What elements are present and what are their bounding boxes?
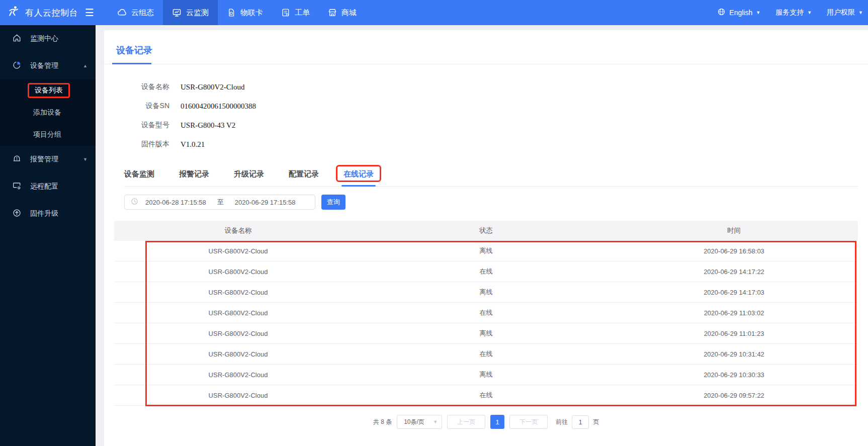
sidebar-item-firmware-upgrade[interactable]: 固件升级 xyxy=(0,200,96,227)
nav-label: 工单 xyxy=(295,8,310,18)
next-page-button[interactable]: 下一页 xyxy=(509,415,548,429)
device-management-submenu: 设备列表 添加设备 项目分组 xyxy=(0,79,96,146)
nav-item-cloud-monitoring[interactable]: 云监测 xyxy=(163,0,218,25)
device-record-card: 设备记录 设备名称 USR-G800V2-Cloud 设备SN 01600420… xyxy=(104,30,868,446)
cell-time: 2020-06-29 10:30:33 xyxy=(610,371,858,379)
date-start-value: 2020-06-28 17:15:58 xyxy=(145,199,206,206)
column-header-status: 状态 xyxy=(362,226,610,235)
usr-logo-icon xyxy=(7,5,20,20)
search-button[interactable]: 查询 xyxy=(321,195,345,210)
brand-title: 有人云控制台 xyxy=(25,7,78,19)
sidebar-item-alarm-management[interactable]: 报警管理 ▼ xyxy=(0,146,96,173)
caret-down-icon: ▼ xyxy=(858,11,863,15)
sidebar-item-project-group[interactable]: 项目分组 xyxy=(0,124,96,146)
current-page-button[interactable]: 1 xyxy=(490,415,504,429)
table-row: USR-G800V2-Cloud 在线 2020-06-29 09:57:22 xyxy=(114,385,858,406)
info-row-device-name: 设备名称 USR-G800V2-Cloud xyxy=(104,81,868,93)
cell-status: 在线 xyxy=(362,391,610,400)
nav-item-mall[interactable]: 商城 xyxy=(319,0,366,25)
device-info: 设备名称 USR-G800V2-Cloud 设备SN 0160042006150… xyxy=(104,81,868,150)
sidebar: 监测中心 设备管理 ▲ 设备列表 添加设备 项目分组 报警管理 ▼ 远程配置 xyxy=(0,25,96,446)
sidebar-item-device-list[interactable]: 设备列表 xyxy=(0,79,96,102)
nav-label: 物联卡 xyxy=(240,8,263,18)
cell-device-name: USR-G800V2-Cloud xyxy=(114,247,362,255)
cell-device-name: USR-G800V2-Cloud xyxy=(114,392,362,399)
cell-time: 2020-06-29 14:17:03 xyxy=(610,289,858,296)
info-label: 设备型号 xyxy=(104,121,169,130)
cell-status: 离线 xyxy=(362,329,610,338)
user-permission-menu[interactable]: 用户权限 ▼ xyxy=(827,8,863,17)
tab-label: 在线记录 xyxy=(343,169,374,178)
brand: 有人云控制台 ☰ xyxy=(0,0,101,25)
select-caret-icon: ▼ xyxy=(433,420,438,424)
monitor-chart-icon xyxy=(172,8,182,18)
tab-upgrade-records[interactable]: 升级记录 xyxy=(234,169,264,186)
tab-online-records[interactable]: 在线记录 xyxy=(343,169,374,186)
cell-time: 2020-06-29 10:31:42 xyxy=(610,350,858,358)
work-order-icon xyxy=(281,8,290,17)
tab-config-records[interactable]: 配置记录 xyxy=(289,169,319,186)
nav-item-work-order[interactable]: 工单 xyxy=(272,0,319,25)
nav-label: 云监测 xyxy=(186,8,209,18)
cell-status: 在线 xyxy=(362,349,610,359)
sidebar-item-add-device[interactable]: 添加设备 xyxy=(0,102,96,124)
page-size-value: 10条/页 xyxy=(404,418,424,426)
column-header-time: 时间 xyxy=(610,226,858,235)
date-range-picker[interactable]: 2020-06-28 17:15:58 至 2020-06-29 17:15:5… xyxy=(124,195,315,210)
column-header-device-name: 设备名称 xyxy=(114,226,362,235)
sidebar-item-device-management[interactable]: 设备管理 ▲ xyxy=(0,52,96,79)
cell-status: 离线 xyxy=(362,246,610,255)
service-support-menu[interactable]: 服务支持 ▼ xyxy=(775,8,812,17)
sidebar-item-label: 远程配置 xyxy=(30,182,58,191)
info-label: 设备名称 xyxy=(104,82,169,92)
nav-item-cloud-configuration[interactable]: 云组态 xyxy=(108,0,163,25)
tab-alarm-records[interactable]: 报警记录 xyxy=(179,169,209,186)
goto-page-group: 前往 页 xyxy=(556,415,599,429)
cell-time: 2020-06-29 14:17:22 xyxy=(610,268,858,276)
cell-time: 2020-06-29 16:58:03 xyxy=(610,247,858,255)
cell-device-name: USR-G800V2-Cloud xyxy=(114,350,362,358)
nav-label: 商城 xyxy=(341,8,357,18)
sidebar-item-label: 固件升级 xyxy=(30,209,58,218)
device-model-value: USR-G800-43 V2 xyxy=(181,121,235,130)
store-icon xyxy=(328,8,337,17)
page-unit-label: 页 xyxy=(593,418,599,426)
cell-device-name: USR-G800V2-Cloud xyxy=(114,309,362,317)
language-label: English xyxy=(729,9,752,17)
tab-device-monitoring[interactable]: 设备监测 xyxy=(124,169,154,186)
topbar-right: English ▼ 服务支持 ▼ 用户权限 ▼ xyxy=(717,8,868,18)
language-selector[interactable]: English ▼ xyxy=(717,8,760,18)
cloud-icon xyxy=(117,8,127,18)
cell-time: 2020-06-29 11:03:02 xyxy=(610,309,858,317)
cell-status: 在线 xyxy=(362,267,610,276)
globe-icon xyxy=(717,8,726,18)
sidebar-item-remote-config[interactable]: 远程配置 xyxy=(0,173,96,200)
caret-down-icon: ▼ xyxy=(83,157,88,162)
home-icon xyxy=(12,33,22,44)
sidebar-item-monitor-center[interactable]: 监测中心 xyxy=(0,25,96,52)
sidebar-item-label: 监测中心 xyxy=(30,34,58,43)
date-end-value: 2020-06-29 17:15:58 xyxy=(235,199,296,206)
remote-config-icon xyxy=(12,181,22,192)
cell-device-name: USR-G800V2-Cloud xyxy=(114,371,362,379)
annotation-box-device-list: 设备列表 xyxy=(28,83,70,98)
info-row-device-model: 设备型号 USR-G800-43 V2 xyxy=(104,120,868,131)
sidebar-item-label: 报警管理 xyxy=(30,155,58,164)
hamburger-menu-icon[interactable]: ☰ xyxy=(85,8,94,18)
online-records-table: 设备名称 状态 时间 USR-G800V2-Cloud 离线 2020-06-2… xyxy=(114,221,858,406)
page-size-select[interactable]: 10条/页 ▼ xyxy=(397,415,442,429)
sidebar-item-label: 设备管理 xyxy=(30,61,58,70)
info-row-firmware-version: 固件版本 V1.0.21 xyxy=(104,139,868,150)
goto-page-input[interactable] xyxy=(572,415,589,429)
pie-chart-icon xyxy=(12,60,22,71)
prev-page-button[interactable]: 上一页 xyxy=(447,415,485,429)
table-header-row: 设备名称 状态 时间 xyxy=(114,221,858,241)
topbar: 有人云控制台 ☰ 云组态 云监测 物联卡 工单 商城 xyxy=(0,0,868,25)
info-row-device-sn: 设备SN 01600420061500000388 xyxy=(104,101,868,112)
clock-icon xyxy=(131,198,145,207)
cell-status: 在线 xyxy=(362,308,610,317)
record-tabs: 设备监测 报警记录 升级记录 配置记录 在线记录 xyxy=(124,169,858,187)
alarm-bell-icon xyxy=(12,154,22,165)
nav-item-iot-sim[interactable]: 物联卡 xyxy=(218,0,272,25)
firmware-version-value: V1.0.21 xyxy=(181,140,205,149)
